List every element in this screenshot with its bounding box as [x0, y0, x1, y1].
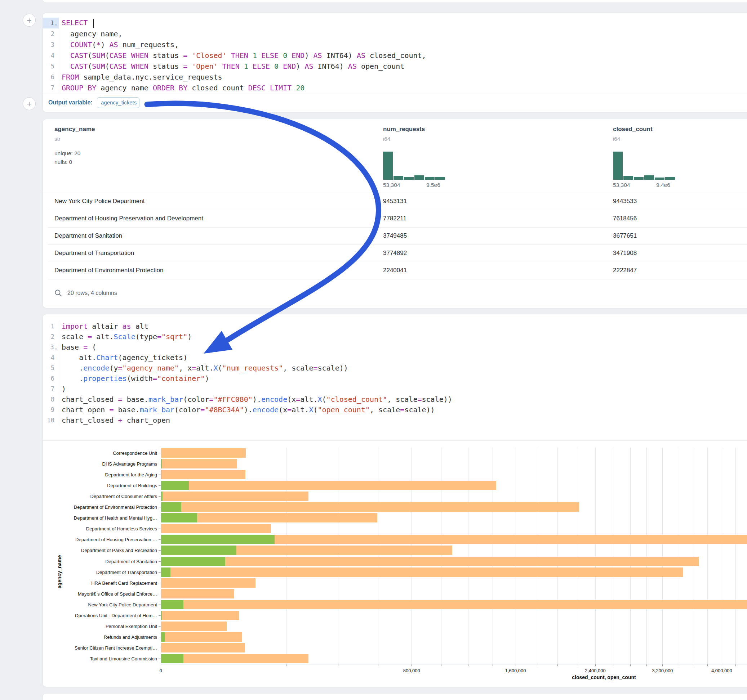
x-axis-tick-label: 3,200,000 — [652, 668, 673, 673]
histogram-bar — [634, 177, 644, 180]
column-header-closed-count[interactable]: closed_count — [613, 126, 653, 133]
next-cell-edge — [42, 693, 747, 700]
y-axis-label: Department of Health and Mental Hyg… — [43, 515, 157, 520]
y-axis-label: Department of Consumer Affairs — [43, 494, 157, 499]
column-type-agency-name: str — [54, 136, 60, 142]
histogram-bar — [404, 177, 414, 180]
cell-num-requests: 3774892 — [383, 249, 407, 257]
open-count-bar — [161, 654, 183, 663]
x-gridline — [678, 448, 678, 664]
x-gridline — [411, 448, 412, 664]
code-text: chart_closed = base.mark_bar(color="#FFC… — [59, 395, 452, 404]
x-axis-tick-label: 4,000,000 — [711, 668, 732, 673]
output-variable-chip[interactable]: agency_tickets — [97, 97, 139, 108]
line-number: 7 — [43, 383, 59, 394]
y-axis-label: DHS Advantage Programs — [43, 461, 157, 467]
y-axis-label: Refunds and Adjustments — [43, 634, 157, 640]
cell-agency-name: Department of Sanitation — [54, 232, 122, 240]
code-line-1[interactable]: 1⌄SELECT — [43, 18, 747, 29]
column-stat-nulls: nulls: 0 — [54, 159, 72, 165]
cell-agency-name: Department of Housing Preservation and D… — [54, 215, 203, 222]
line-number: 2 — [43, 331, 59, 342]
closed-count-bar — [161, 502, 579, 512]
y-axis-label: Department of Housing Preservation … — [43, 537, 157, 542]
code-line-4[interactable]: 4 CAST(SUM(CASE WHEN status = 'Closed' T… — [43, 50, 747, 61]
code-text: chart_open = base.mark_bar(color="#8BC34… — [59, 406, 435, 414]
code-line-10[interactable]: 10chart_closed + chart_open — [43, 415, 747, 425]
histogram-bar — [644, 175, 654, 180]
line-number: 9 — [43, 404, 59, 415]
row-separator — [48, 279, 747, 279]
x-gridline — [735, 448, 736, 664]
cell-num-requests: 9453131 — [383, 198, 407, 205]
code-line-7[interactable]: 7GROUP BY agency_name ORDER BY closed_co… — [43, 83, 747, 93]
y-axis-label: Department for the Aging — [43, 472, 157, 477]
x-axis-tick-label: 0 — [159, 668, 162, 673]
code-line-5[interactable]: 5 CAST(SUM(CASE WHEN status = 'Open' THE… — [43, 61, 747, 72]
line-number: 2 — [43, 29, 59, 39]
add-cell-button-top[interactable]: + — [23, 14, 36, 27]
code-text: alt.Chart(agency_tickets) — [59, 353, 188, 362]
code-line-2[interactable]: 2scale = alt.Scale(type="sqrt") — [43, 331, 747, 342]
code-line-5[interactable]: 5 .encode(y="agency_name", x=alt.X("num_… — [43, 363, 747, 373]
closed-count-bar — [161, 567, 683, 577]
histogram-max-label-closed-count: 9.4e6 — [656, 182, 670, 188]
column-stat-unique: unique: 20 — [54, 150, 80, 157]
output-variable-row: Output variable: agency_tickets — [43, 94, 747, 112]
row-separator — [48, 227, 747, 228]
closed-count-bar — [161, 557, 699, 566]
code-line-6[interactable]: 6 .properties(width="container") — [43, 373, 747, 383]
closed-count-bar — [161, 622, 227, 631]
cell-agency-name: Department of Environmental Protection — [54, 267, 163, 274]
y-axis-label: HRA Benefit Card Replacement — [43, 580, 157, 585]
column-type-num-requests: i64 — [383, 136, 390, 142]
x-axis-tick-label: 2,400,000 — [585, 668, 606, 673]
code-line-2[interactable]: 2 agency_name, — [43, 29, 747, 39]
cell-num-requests: 7782211 — [383, 215, 407, 222]
x-gridline — [613, 448, 613, 664]
text-cursor — [93, 19, 94, 28]
x-gridline — [646, 448, 647, 664]
cell-num-requests: 2240041 — [383, 267, 407, 274]
histogram-bar — [414, 175, 424, 180]
closed-count-bar — [161, 643, 245, 652]
column-header-agency-name[interactable]: agency_name — [54, 126, 95, 133]
code-line-3[interactable]: 3 COUNT(*) AS num_requests, — [43, 39, 747, 50]
open-count-bar — [161, 470, 162, 479]
y-axis-label: Personal Exemption Unit — [43, 623, 157, 629]
sql-cell[interactable]: 1⌄SELECT 2 agency_name,3 COUNT(*) AS num… — [42, 13, 747, 112]
cell-closed-count: 7618456 — [613, 215, 637, 222]
x-axis-tick-label: 800,000 — [403, 668, 420, 673]
line-number: 8 — [43, 394, 59, 404]
code-line-7[interactable]: 7) — [43, 383, 747, 394]
code-line-1[interactable]: 1import altair as alt — [43, 321, 747, 331]
y-axis-label: Senior Citizen Rent Increase Exempti… — [43, 645, 157, 650]
open-count-bar — [161, 611, 162, 620]
code-text: COUNT(*) AS num_requests, — [59, 40, 179, 49]
python-code-editor[interactable]: 1import altair as alt2scale = alt.Scale(… — [43, 321, 747, 425]
x-axis-line — [161, 664, 747, 664]
code-line-6[interactable]: 6FROM sample_data.nyc.service_requests — [43, 72, 747, 83]
python-cell[interactable]: 1import altair as alt2scale = alt.Scale(… — [42, 314, 747, 687]
y-axis-label: Taxi and Limousine Commission — [43, 656, 157, 661]
code-line-8[interactable]: 8chart_closed = base.mark_bar(color="#FF… — [43, 394, 747, 404]
fold-chevron-down-icon[interactable]: ⌄ — [55, 21, 57, 26]
column-header-num-requests[interactable]: num_requests — [383, 126, 425, 133]
open-count-bar — [161, 535, 275, 544]
code-line-4[interactable]: 4 alt.Chart(agency_tickets) — [43, 352, 747, 363]
histogram-max-label-num-requests: 9.5e6 — [426, 182, 440, 188]
notebook-page: + + 1⌄SELECT 2 agency_name,3 COUNT(*) AS… — [0, 0, 747, 700]
sql-code-editor[interactable]: 1⌄SELECT 2 agency_name,3 COUNT(*) AS num… — [43, 18, 747, 93]
code-text: scale = alt.Scale(type="sqrt") — [59, 332, 192, 341]
code-text: CAST(SUM(CASE WHEN status = 'Closed' THE… — [59, 51, 426, 60]
add-cell-button-below-sql[interactable]: + — [23, 97, 36, 110]
code-line-9[interactable]: 9chart_open = base.mark_bar(color="#8BC3… — [43, 404, 747, 415]
previous-cell-edge — [42, 0, 747, 3]
table-header-divider — [43, 193, 747, 193]
code-line-3[interactable]: 3⌄base = ( — [43, 342, 747, 352]
fold-chevron-down-icon[interactable]: ⌄ — [55, 345, 57, 350]
x-gridline — [286, 448, 286, 664]
open-count-bar — [161, 481, 189, 490]
search-icon[interactable] — [54, 289, 62, 297]
code-text: FROM sample_data.nyc.service_requests — [59, 73, 222, 81]
